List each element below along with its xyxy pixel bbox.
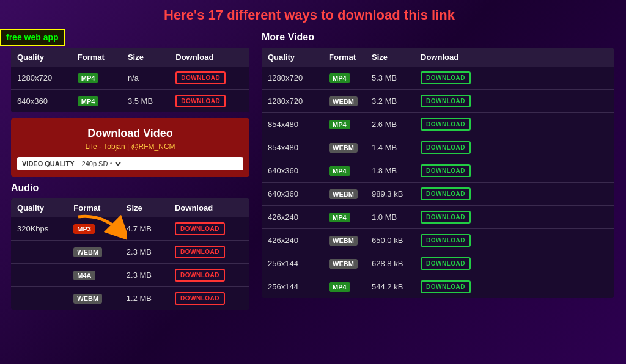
more-video-col-quality: Quality [262,48,323,67]
left-panel: Video Quality Format Size Download 1280x… [11,32,249,316]
download-button[interactable]: DOWNLOAD [421,187,471,200]
more-video-table: Quality Format Size Download 1280x720 MP… [262,48,614,298]
download-button[interactable]: DOWNLOAD [421,141,471,154]
format-badge: WEBM [329,189,358,199]
audio-table: Quality Format Size Download 320Kbps MP3… [11,198,249,310]
video-format-cell: MP4 [72,67,122,90]
more-video-download-cell: DOWNLOAD [414,113,614,136]
more-video-table-row: 640x360 WEBM 989.3 kB DOWNLOAD [262,183,614,206]
quality-select-row: VIDEO QUALITY 144p 240p SD * 360p 480p 7… [17,157,243,170]
more-video-format-cell: MP4 [323,275,366,299]
audio-download-cell: DOWNLOAD [169,264,249,287]
audio-table-row: WEBM 2.3 MB DOWNLOAD [11,241,249,264]
more-video-format-cell: WEBM [323,252,366,275]
more-video-quality-cell: 1280x720 [262,90,323,113]
download-button[interactable]: DOWNLOAD [421,95,471,107]
more-video-size-cell: 650.0 kB [366,229,414,252]
more-video-format-cell: MP4 [323,159,366,183]
quality-select[interactable]: 144p 240p SD * 360p 480p 720p 1080p [79,159,123,168]
more-video-size-cell: 544.2 kB [366,275,414,299]
download-video-box: Download Video Life - Tobjan | @RFM_NCM … [11,118,249,177]
more-video-format-cell: WEBM [323,229,366,252]
download-button[interactable]: DOWNLOAD [421,71,471,84]
download-button[interactable]: DOWNLOAD [421,164,471,177]
more-video-quality-cell: 854x480 [262,113,323,136]
more-video-size-cell: 1.0 MB [366,206,414,229]
more-video-quality-cell: 854x480 [262,136,323,159]
format-badge: WEBM [73,247,102,257]
download-button[interactable]: DOWNLOAD [421,280,471,293]
audio-size-cell: 2.3 MB [120,264,169,287]
download-button[interactable]: DOWNLOAD [421,118,471,131]
more-video-table-row: 854x480 MP4 2.6 MB DOWNLOAD [262,113,614,136]
format-badge: MP3 [73,224,95,234]
download-button[interactable]: DOWNLOAD [421,211,471,224]
more-video-quality-cell: 640x360 [262,183,323,206]
video-quality-cell: 1280x720 [11,67,72,90]
video-format-cell: MP4 [72,90,122,113]
video-col-quality: Quality [11,48,72,67]
more-video-col-size: Size [366,48,414,67]
audio-table-row: 320Kbps MP3 4.7 MB DOWNLOAD [11,217,249,241]
format-badge: WEBM [73,294,102,304]
more-video-size-cell: 628.8 kB [366,252,414,275]
download-button[interactable]: DOWNLOAD [175,71,226,84]
more-video-download-cell: DOWNLOAD [414,67,614,90]
audio-size-cell: 2.3 MB [120,241,169,264]
more-video-format-cell: MP4 [323,206,366,229]
video-size-cell: 3.5 MB [122,90,169,113]
more-video-table-row: 426x240 MP4 1.0 MB DOWNLOAD [262,206,614,229]
video-quality-cell: 640x360 [11,90,72,113]
audio-download-cell: DOWNLOAD [169,287,249,310]
more-video-col-download: Download [414,48,614,67]
more-video-download-cell: DOWNLOAD [414,275,614,299]
audio-format-cell: MP3 [67,217,120,241]
more-video-download-cell: DOWNLOAD [414,206,614,229]
more-video-quality-cell: 640x360 [262,159,323,183]
download-button[interactable]: DOWNLOAD [175,269,225,282]
more-video-download-cell: DOWNLOAD [414,252,614,275]
more-video-table-row: 256x144 MP4 544.2 kB DOWNLOAD [262,275,614,299]
format-badge: MP4 [329,120,350,129]
more-video-table-row: 1280x720 WEBM 3.2 MB DOWNLOAD [262,90,614,113]
video-table-row: 640x360 MP4 3.5 MB DOWNLOAD [11,90,249,113]
audio-table-row: M4A 2.3 MB DOWNLOAD [11,264,249,287]
audio-table-container: Quality Format Size Download 320Kbps MP3… [11,198,249,310]
download-button[interactable]: DOWNLOAD [421,257,471,270]
more-video-format-cell: WEBM [323,183,366,206]
more-video-size-cell: 3.2 MB [366,90,414,113]
download-button[interactable]: DOWNLOAD [175,222,225,235]
more-video-download-cell: DOWNLOAD [414,136,614,159]
format-badge: MP4 [329,282,350,292]
more-video-table-row: 854x480 WEBM 1.4 MB DOWNLOAD [262,136,614,159]
format-badge: MP4 [78,73,99,83]
more-video-table-row: 640x360 MP4 1.8 MB DOWNLOAD [262,159,614,183]
more-video-table-row: 426x240 WEBM 650.0 kB DOWNLOAD [262,229,614,252]
download-button[interactable]: DOWNLOAD [175,95,226,107]
more-video-download-cell: DOWNLOAD [414,159,614,183]
download-button[interactable]: DOWNLOAD [175,246,225,258]
more-video-quality-cell: 426x240 [262,229,323,252]
download-button[interactable]: DOWNLOAD [421,234,471,247]
format-badge: WEBM [329,259,358,269]
audio-section-title: Audio [11,183,249,194]
video-col-size: Size [122,48,169,67]
audio-col-download: Download [169,198,249,217]
more-video-table-row: 1280x720 MP4 5.3 MB DOWNLOAD [262,67,614,90]
free-web-app-badge: free web app [0,29,65,46]
audio-table-row: WEBM 1.2 MB DOWNLOAD [11,287,249,310]
more-video-size-cell: 2.6 MB [366,113,414,136]
audio-format-cell: WEBM [67,241,120,264]
audio-quality-cell [11,287,67,310]
more-video-table-container: Quality Format Size Download 1280x720 MP… [262,48,614,298]
more-video-size-cell: 989.3 kB [366,183,414,206]
audio-col-size: Size [120,198,169,217]
format-badge: MP4 [329,73,350,83]
format-badge: MP4 [78,96,99,106]
more-video-format-cell: MP4 [323,113,366,136]
more-video-size-cell: 5.3 MB [366,67,414,90]
format-badge: M4A [73,271,95,280]
download-button[interactable]: DOWNLOAD [175,292,225,305]
format-badge: MP4 [329,213,350,222]
download-video-title: Download Video [17,127,243,140]
